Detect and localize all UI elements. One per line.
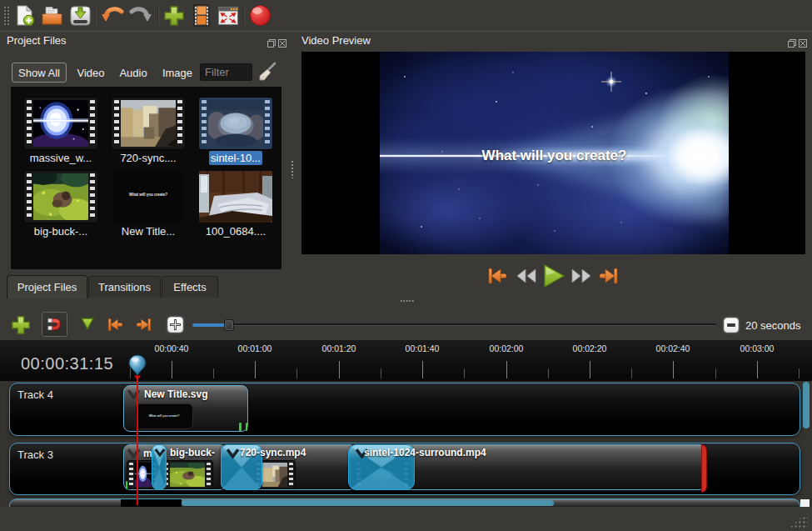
next-marker-icon <box>134 317 152 333</box>
file-label-720-sync[interactable]: 720-sync.... <box>112 151 185 165</box>
add-marker-button[interactable] <box>80 318 95 330</box>
project-files-float-button[interactable] <box>267 36 276 44</box>
previous-marker-icon <box>107 317 125 333</box>
filter-show-all-button[interactable]: Show All <box>12 63 67 83</box>
video-overlay-text: What will you create? <box>380 148 729 164</box>
filter-audio-button[interactable]: Audio <box>115 63 152 83</box>
export-video-icon <box>249 4 271 27</box>
import-files-button[interactable] <box>162 3 186 28</box>
jump-to-start-icon <box>487 266 509 286</box>
clip-resize-grip[interactable] <box>246 423 248 431</box>
redo-icon <box>129 6 152 26</box>
transition-menu-chevron-icon[interactable] <box>154 448 166 457</box>
next-marker-button[interactable] <box>134 317 152 333</box>
clip-resize-grip[interactable] <box>239 423 242 431</box>
clear-filter-broom-icon[interactable] <box>257 61 278 83</box>
file-label-100-0684[interactable]: 100_0684.... <box>199 224 272 238</box>
video-preview-float-button[interactable] <box>788 36 796 44</box>
new-project-icon <box>14 4 36 27</box>
toolbar-separator <box>243 5 244 26</box>
tab-transitions-label: Transitions <box>98 281 151 293</box>
file-thumbnail-720-sync[interactable] <box>112 98 185 149</box>
add-track-button[interactable] <box>11 315 31 335</box>
project-files-close-button[interactable] <box>278 36 286 44</box>
file-label-sintel[interactable]: sintel-10... <box>209 151 262 165</box>
project-files-panel-title: Project Files <box>7 34 173 51</box>
tab-effects[interactable]: Effects <box>162 276 218 298</box>
save-project-button[interactable] <box>68 3 92 28</box>
filter-video-label: Video <box>77 67 104 79</box>
panel-splitter-handle[interactable] <box>400 299 415 303</box>
fast-forward-icon <box>571 268 591 283</box>
tab-project-files[interactable]: Project Files <box>7 275 87 298</box>
zoom-slider-groove[interactable] <box>192 323 716 326</box>
track-2-clip-partial <box>121 499 182 507</box>
file-thumbnail-new-title[interactable]: What will you create? <box>114 171 182 223</box>
window-resize-grip[interactable] <box>790 512 808 528</box>
toolbar-separator <box>157 5 158 26</box>
filter-show-all-label: Show All <box>18 67 60 79</box>
clip-big-buck-thumb <box>162 461 212 488</box>
tab-transitions[interactable]: Transitions <box>88 276 161 298</box>
clip-resize-grip[interactable] <box>126 481 128 489</box>
import-files-icon <box>163 5 185 27</box>
new-title-thumb-text: What will you create? <box>114 193 182 197</box>
previous-marker-button[interactable] <box>107 317 125 333</box>
720-sync-thumb-image <box>121 100 176 147</box>
clip-new-title[interactable]: New Title.svg What will you create? <box>123 385 248 432</box>
timeline-ruler[interactable]: 00:00:31:15 00:00:40 00:01:00 00:01:20 0… <box>0 340 812 381</box>
clip-trim-edge[interactable] <box>701 444 707 493</box>
clip-720-sync-title: 720-sync.mp4 <box>240 447 306 458</box>
filter-input[interactable] <box>200 63 252 81</box>
redo-button[interactable] <box>129 3 152 28</box>
file-thumbnail-big-buck[interactable] <box>24 171 97 223</box>
zoom-slider-handle[interactable] <box>224 319 234 331</box>
file-thumbnail-massive[interactable] <box>24 98 97 149</box>
clip-big-buck-title: big-buck- <box>170 447 215 458</box>
zoom-out-button[interactable] <box>724 318 739 333</box>
undo-button[interactable] <box>101 3 124 28</box>
transition-menu-chevron-icon[interactable] <box>226 448 240 458</box>
open-project-button[interactable] <box>40 3 63 28</box>
filter-video-button[interactable]: Video <box>73 63 108 83</box>
file-label-new-title[interactable]: New Title... <box>112 224 185 238</box>
play-button[interactable] <box>542 263 565 288</box>
fullscreen-icon <box>217 6 239 26</box>
center-playhead-button[interactable] <box>167 317 183 333</box>
ruler-label: 00:02:40 <box>648 343 698 353</box>
playhead-marker[interactable] <box>128 354 147 381</box>
clip-menu-chevron-icon[interactable] <box>127 448 141 458</box>
rewind-button[interactable] <box>516 268 536 283</box>
video-frame: What will you create? <box>380 52 729 254</box>
video-preview-canvas[interactable]: What will you create? <box>301 52 805 254</box>
timeline-vscrollbar-handle[interactable] <box>803 382 810 428</box>
clip-menu-chevron-icon[interactable] <box>127 388 141 399</box>
file-thumbnail-100-0684[interactable] <box>199 171 272 223</box>
new-project-button[interactable] <box>13 3 37 28</box>
video-preview-close-button[interactable] <box>799 36 807 44</box>
file-label-big-buck[interactable]: big-buck-... <box>24 224 97 238</box>
filter-image-button[interactable]: Image <box>158 63 197 83</box>
clip-sintel-title: sintel-1024-surround.mp4 <box>364 447 486 458</box>
timeline-hscrollbar-handle[interactable] <box>182 500 554 506</box>
fullscreen-button[interactable] <box>217 3 240 28</box>
playhead-timecode: 00:00:31:15 <box>21 354 113 373</box>
track-4-label: Track 4 <box>17 388 53 401</box>
jump-to-start-button[interactable] <box>487 266 509 286</box>
center-playhead-icon <box>170 319 181 330</box>
rewind-icon <box>516 268 536 283</box>
transition-1[interactable] <box>152 444 167 490</box>
fast-forward-button[interactable] <box>571 268 591 283</box>
project-files-list: massive_w... 720-sync.... <box>11 87 281 269</box>
jump-to-end-button[interactable] <box>597 266 619 286</box>
snapping-toggle-button[interactable] <box>42 312 67 337</box>
export-video-button[interactable] <box>248 3 271 28</box>
file-thumbnail-sintel[interactable] <box>199 98 272 149</box>
file-label-massive[interactable]: massive_w... <box>24 151 97 165</box>
choose-profile-button[interactable] <box>190 3 213 28</box>
selection-tint <box>199 98 272 149</box>
toolbar-drag-handle[interactable] <box>3 6 11 26</box>
filter-audio-label: Audio <box>119 67 147 79</box>
dock-splitter-handle[interactable] <box>291 160 294 178</box>
video-preview-panel-title: Video Preview <box>301 34 468 51</box>
